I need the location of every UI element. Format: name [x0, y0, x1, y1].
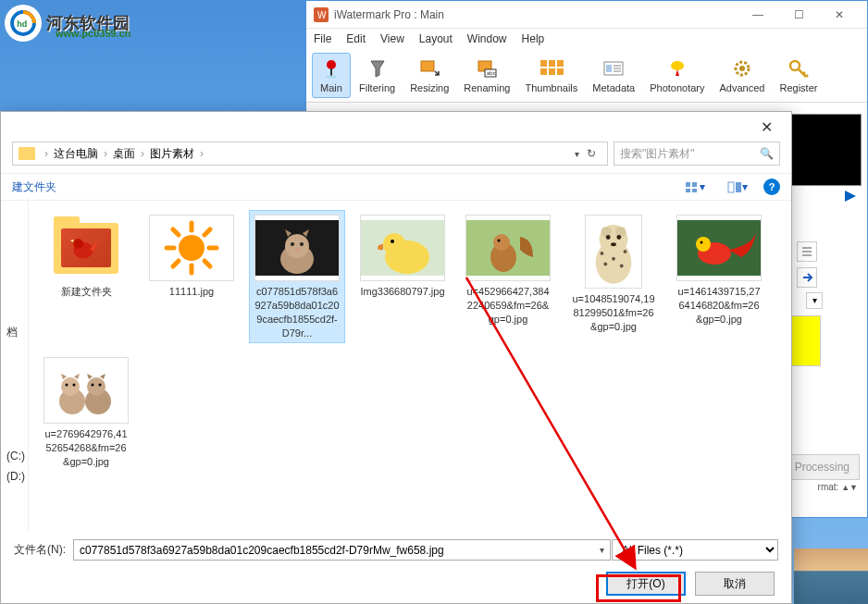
play-button[interactable]	[789, 190, 862, 203]
menu-view[interactable]: View	[380, 32, 404, 45]
chevron-right-icon: ›	[137, 147, 148, 160]
tool-renaming[interactable]: abc Renaming	[457, 53, 516, 98]
file-item[interactable]: u=1461439715,2764146820&fm=26&gp=0.jpg	[671, 210, 767, 343]
key-icon	[786, 57, 812, 80]
breadcrumb[interactable]: › 这台电脑 › 桌面 › 图片素材 › ▾ ↻	[12, 142, 608, 166]
refresh-icon[interactable]: ↻	[581, 147, 601, 160]
file-label: Img336680797.jpg	[360, 285, 444, 299]
open-button[interactable]: 打开(O)	[606, 572, 686, 596]
maximize-button[interactable]: ☐	[778, 2, 819, 28]
svg-point-70	[620, 265, 624, 268]
search-input[interactable]: 搜索"图片素材" 🔍	[614, 142, 780, 166]
file-open-dialog: ✕ › 这台电脑 › 桌面 › 图片素材 › ▾ ↻ 搜索"图片素材" 🔍 建文…	[0, 111, 792, 604]
chevron-right-icon: ›	[41, 147, 52, 160]
cancel-button[interactable]: 取消	[695, 572, 775, 596]
help-icon[interactable]: ?	[763, 179, 780, 195]
nav-bar: › 这台电脑 › 桌面 › 图片素材 › ▾ ↻ 搜索"图片素材" 🔍	[1, 142, 791, 173]
menu-edit[interactable]: Edit	[346, 32, 366, 45]
tool-photonotary-label: Photonotary	[650, 82, 704, 93]
svg-point-64	[606, 235, 611, 240]
svg-rect-30	[692, 182, 697, 187]
svg-point-80	[87, 377, 105, 396]
file-item[interactable]: u=1048519074,1981299501&fm=26&gp=0.jpg	[565, 210, 662, 343]
svg-point-4	[327, 60, 336, 69]
svg-rect-11	[540, 60, 547, 67]
menu-file[interactable]: File	[314, 32, 331, 45]
svg-text:hd: hd	[17, 19, 27, 29]
search-icon: 🔍	[760, 147, 774, 160]
breadcrumb-item[interactable]: 这台电脑	[54, 146, 98, 162]
file-item[interactable]: u=2769642976,4152654268&fm=26&gp=0.jpg	[38, 352, 134, 474]
close-button[interactable]: ✕	[819, 2, 860, 28]
tool-resizing[interactable]: Resizing	[403, 53, 455, 98]
svg-rect-12	[549, 60, 555, 67]
menu-help[interactable]: Help	[522, 32, 545, 45]
menu-window[interactable]: Window	[467, 32, 507, 45]
svg-point-66	[611, 242, 616, 246]
tool-advanced[interactable]: Advanced	[713, 53, 772, 98]
view-mode-button[interactable]: ▾	[678, 178, 712, 196]
tool-metadata[interactable]: Metadata	[586, 53, 641, 98]
tool-thumbnails[interactable]: Thumbnails	[518, 53, 584, 98]
pin-icon	[318, 57, 344, 80]
tool-register-label: Register	[779, 82, 817, 93]
sidebar-item[interactable]: (D:)	[1, 466, 28, 487]
tool-photonotary[interactable]: Photonotary	[643, 53, 711, 98]
sidebar-item[interactable]: 档	[1, 321, 28, 344]
svg-point-6	[326, 76, 337, 79]
tool-register[interactable]: Register	[773, 53, 824, 98]
dialog-close-icon[interactable]: ✕	[751, 115, 782, 140]
file-item[interactable]: c077851d578f3a6927a59b8da01c209caecfb185…	[249, 210, 345, 343]
svg-point-63	[615, 227, 626, 238]
svg-line-42	[173, 229, 179, 235]
processing-button[interactable]: Processing	[785, 454, 860, 480]
svg-point-83	[92, 384, 94, 387]
gear-icon	[729, 57, 755, 80]
logo-url: www.pc0359.cn	[56, 28, 131, 39]
file-item[interactable]: u=452966427,3842240659&fm=26&gp=0.jpg	[460, 210, 556, 343]
svg-point-62	[601, 227, 612, 238]
svg-rect-15	[549, 68, 555, 75]
preview-pane-button[interactable]: ▾	[721, 178, 754, 196]
card-icon	[601, 57, 626, 80]
tool-filtering[interactable]: Filtering	[353, 53, 402, 98]
tool-advanced-label: Advanced	[720, 82, 765, 93]
svg-point-53	[383, 233, 405, 255]
svg-text:W: W	[317, 10, 327, 20]
tool-main[interactable]: Main	[312, 53, 351, 98]
app-icon: W	[314, 7, 329, 22]
sidebar-item[interactable]: (C:)	[1, 446, 28, 466]
file-item[interactable]: 新建文件夹	[38, 210, 134, 343]
breadcrumb-item[interactable]: 图片素材	[150, 146, 194, 162]
dropdown-caret-icon[interactable]: ▾	[806, 292, 823, 309]
resize-icon	[416, 57, 442, 80]
sidebar: 档 (C:) (D:)	[1, 201, 29, 530]
arrow-tool-icon[interactable]	[797, 267, 817, 288]
side-tools	[797, 241, 817, 288]
filename-input[interactable]	[73, 539, 611, 561]
file-item[interactable]: 11111.jpg	[143, 210, 240, 343]
minimize-button[interactable]: —	[738, 2, 778, 28]
svg-point-71	[612, 257, 615, 261]
filetype-select[interactable]: All Files (*.*)	[612, 539, 778, 561]
svg-point-74	[696, 237, 711, 252]
list-tool-icon[interactable]	[797, 241, 817, 262]
tool-filtering-label: Filtering	[359, 82, 395, 93]
funnel-icon	[365, 57, 391, 80]
svg-rect-32	[692, 189, 697, 192]
title-bar: W iWatermark Pro : Main — ☐ ✕	[306, 1, 867, 29]
svg-line-43	[205, 261, 210, 266]
svg-point-49	[291, 242, 294, 246]
svg-point-58	[498, 240, 501, 242]
chevron-down-icon[interactable]: ▾	[575, 149, 579, 159]
file-label: c077851d578f3a6927a59b8da01c209caecfb185…	[254, 285, 341, 339]
file-label: 11111.jpg	[169, 285, 214, 299]
svg-point-78	[61, 377, 80, 396]
file-item[interactable]: Img336680797.jpg	[354, 210, 451, 343]
svg-point-37	[179, 235, 205, 261]
site-logo: hd 河东软件园	[0, 0, 185, 46]
new-folder-button[interactable]: 建文件夹	[12, 179, 56, 195]
menu-layout[interactable]: Layout	[419, 32, 453, 45]
file-label: u=452966427,3842240659&fm=26&gp=0.jpg	[465, 285, 552, 327]
breadcrumb-item[interactable]: 桌面	[113, 146, 135, 162]
